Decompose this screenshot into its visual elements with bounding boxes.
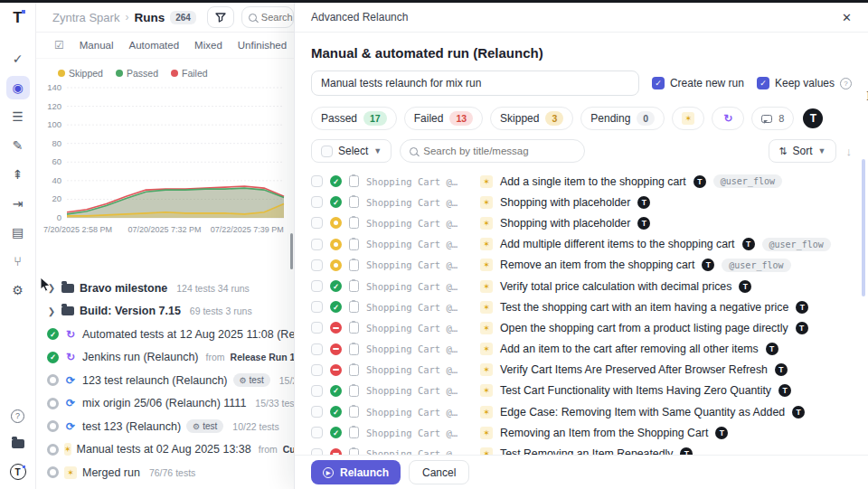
run-row[interactable]: ↻Automated tests at 12 Aug 2025 11:08 (R… [43, 323, 294, 346]
test-title[interactable]: Test Removing an Item Repeatedly [500, 447, 673, 455]
run-row[interactable]: ❯Build: Version 7.1569 tests 3 runs [43, 300, 294, 324]
test-title[interactable]: Add a single item to the shopping cart [500, 175, 686, 188]
modal-scrollbar[interactable] [862, 159, 865, 296]
test-row[interactable]: Shopping Cart @…✶Test the shopping cart … [311, 296, 852, 317]
runs-search[interactable]: ✕ [241, 6, 294, 28]
chip-automated-type[interactable]: ↻ [712, 107, 744, 130]
run-row[interactable]: ✶Manual tests at 02 Aug 2025 13:38fromCu… [43, 438, 294, 462]
row-checkbox[interactable] [311, 364, 323, 376]
row-checkbox[interactable] [311, 406, 323, 418]
test-row[interactable]: Shopping Cart @…✶Shopping with placehold… [311, 192, 852, 212]
list-check-icon[interactable]: ☰ [6, 105, 30, 128]
row-checkbox[interactable] [311, 343, 323, 355]
app-logo-icon[interactable]: T [13, 9, 22, 27]
help-circle-icon[interactable]: ? [840, 78, 852, 89]
test-title[interactable]: Removing an Item from the Shopping Cart [500, 427, 708, 439]
assignee-filter-avatar[interactable]: T [803, 108, 823, 128]
test-title[interactable]: Verify Cart Items Are Preserved After Br… [500, 363, 768, 376]
breadcrumb-project[interactable]: Zyntra Spark [52, 11, 119, 24]
run-row[interactable]: ❯Bravo milestone124 tests 34 runs [43, 277, 294, 300]
run-title[interactable]: Manual tests at 02 Aug 2025 13:38 [77, 443, 251, 456]
tab-mixed[interactable]: Mixed [194, 40, 222, 51]
test-search-input[interactable] [423, 146, 575, 156]
filter-button[interactable] [207, 6, 234, 28]
chip-comments[interactable]: 8 [751, 107, 794, 130]
chip-passed[interactable]: Passed 17 [311, 107, 397, 130]
run-row[interactable]: ⟳test 123 (Relaunch)⚙test10/22 tests [43, 415, 294, 438]
plane-icon[interactable]: ⇞ [6, 163, 30, 186]
chip-skipped[interactable]: Skipped 3 [490, 107, 573, 130]
row-checkbox[interactable] [311, 196, 323, 208]
run-row[interactable]: ⟳123 test relaunch (Relaunch)⚙test15/23 … [43, 369, 294, 392]
test-title[interactable]: Shopping with placeholder [500, 196, 630, 209]
tab-unfinished[interactable]: Unfinished [238, 40, 287, 51]
test-title[interactable]: Add an item to the cart after removing a… [500, 343, 759, 355]
run-title[interactable]: 123 test relaunch (Relaunch) [82, 374, 228, 387]
box-arrow-icon[interactable]: ⇥ [6, 192, 30, 215]
test-row[interactable]: Shopping Cart @…✶Test Cart Functionality… [311, 381, 852, 401]
test-title[interactable]: Test the shopping cart with an item havi… [500, 301, 788, 314]
row-checkbox[interactable] [311, 175, 323, 187]
test-title[interactable]: Remove an item from the shopping cart [500, 259, 694, 271]
test-search[interactable] [400, 139, 585, 163]
select-runs-icon[interactable]: ☑ [54, 39, 64, 52]
run-title[interactable]: test 123 (Relaunch) [82, 420, 181, 433]
run-row[interactable]: ⟳mix origin 25/06 (Relaunch) 111115/33 t… [43, 392, 294, 416]
test-row[interactable]: Shopping Cart @…✶Removing an Item from t… [311, 422, 852, 443]
run-title-input[interactable] [311, 71, 639, 96]
run-row[interactable]: ✶Merged run76/76 tests [43, 461, 294, 484]
help-icon[interactable]: ? [8, 406, 28, 426]
test-row[interactable]: Shopping Cart @…✶Open the shopping cart … [311, 317, 852, 338]
select-dropdown[interactable]: Select ▼ [311, 139, 392, 163]
run-title[interactable]: Bravo milestone [80, 282, 167, 295]
test-title[interactable]: Verify total price calculation with deci… [500, 280, 731, 293]
create-new-run-checkbox[interactable]: ✓ Create new run [652, 77, 744, 89]
branch-icon[interactable]: ⑂ [6, 249, 30, 273]
test-row[interactable]: Shopping Cart @…✶Test Removing an Item R… [311, 443, 852, 455]
row-checkbox[interactable] [311, 427, 323, 438]
image-icon[interactable]: ▤ [6, 221, 30, 244]
test-row[interactable]: Shopping Cart @…✶Shopping with placehold… [311, 212, 852, 233]
test-row[interactable]: Shopping Cart @…✶Remove an item from the… [311, 255, 852, 276]
test-row[interactable]: Shopping Cart @…✶Edge Case: Removing Ite… [311, 401, 852, 422]
test-row[interactable]: Shopping Cart @…✶Verify Cart Items Are P… [311, 360, 852, 381]
sort-direction-icon[interactable]: ↓ [846, 145, 853, 158]
sort-button[interactable]: ⇅ Sort ▼ [769, 139, 835, 163]
expand-chevron-icon[interactable]: ❯ [47, 306, 56, 316]
left-panel-scrollbar[interactable] [290, 233, 293, 269]
test-title[interactable]: Test Cart Functionality with Items Havin… [500, 384, 771, 397]
run-title[interactable]: mix origin 25/06 (Relaunch) 1111 [82, 397, 246, 409]
test-row[interactable]: Shopping Cart @…✶Add multiple different … [311, 234, 852, 255]
relaunch-button[interactable]: ▶ Relaunch [311, 460, 401, 484]
test-row[interactable]: Shopping Cart @…✶Add a single item to th… [311, 171, 852, 192]
run-title[interactable]: Automated tests at 12 Aug 2025 11:08 (Re… [82, 328, 294, 341]
test-title[interactable]: Add multiple different items to the shop… [500, 238, 735, 250]
row-checkbox[interactable] [311, 301, 323, 313]
chip-failed[interactable]: Failed 13 [404, 107, 483, 130]
test-title[interactable]: Shopping with placeholder [500, 217, 630, 230]
projects-folder-icon[interactable] [8, 434, 28, 454]
run-title[interactable]: Merged run [82, 466, 140, 479]
tab-manual[interactable]: Manual [80, 40, 114, 51]
cancel-button[interactable]: Cancel [409, 460, 469, 484]
pencil-icon[interactable]: ✎ [6, 134, 30, 157]
runs-search-input[interactable] [261, 12, 294, 23]
test-title[interactable]: Open the shopping cart from a product li… [500, 322, 788, 334]
row-checkbox[interactable] [311, 280, 323, 292]
row-checkbox[interactable] [311, 239, 323, 250]
row-checkbox[interactable] [311, 448, 323, 455]
run-title[interactable]: Build: Version 7.15 [80, 305, 181, 317]
tab-automated[interactable]: Automated [128, 40, 179, 51]
row-checkbox[interactable] [311, 385, 323, 397]
row-checkbox[interactable] [311, 259, 323, 271]
row-checkbox[interactable] [311, 322, 323, 334]
keep-values-checkbox[interactable]: ✓ Keep values ? [757, 77, 852, 89]
check-icon[interactable]: ✓ [6, 47, 30, 71]
close-icon[interactable]: ✕ [842, 11, 852, 24]
chip-pending[interactable]: Pending 0 [580, 107, 665, 130]
test-row[interactable]: Shopping Cart @…✶Add an item to the cart… [311, 339, 852, 360]
user-avatar-icon[interactable]: T [8, 462, 28, 482]
run-row[interactable]: ↻Jenkins run (Relaunch)fromRelease Run 1… [43, 346, 294, 370]
run-title[interactable]: Jenkins run (Relaunch) [82, 351, 199, 363]
test-title[interactable]: Edge Case: Removing Item with Same Quant… [500, 406, 785, 418]
